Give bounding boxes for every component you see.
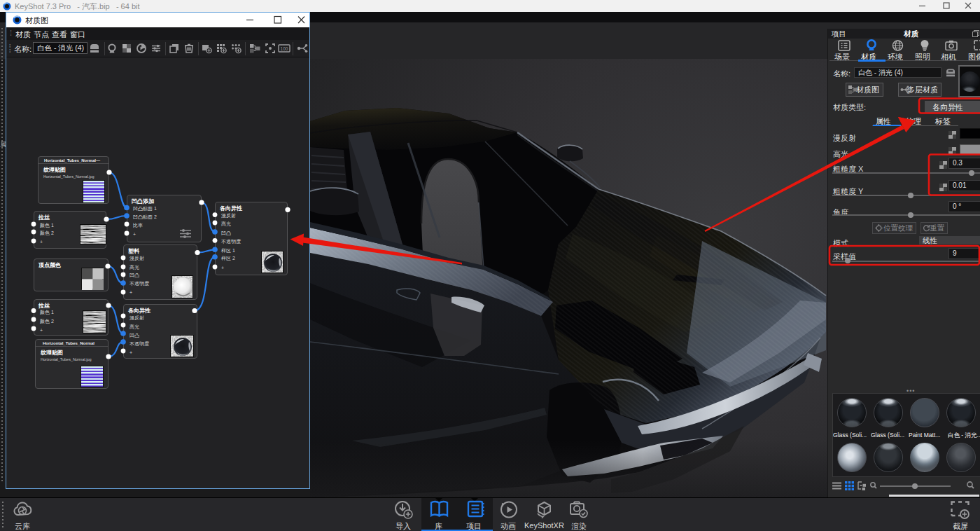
svg-text:100: 100 xyxy=(281,46,288,51)
